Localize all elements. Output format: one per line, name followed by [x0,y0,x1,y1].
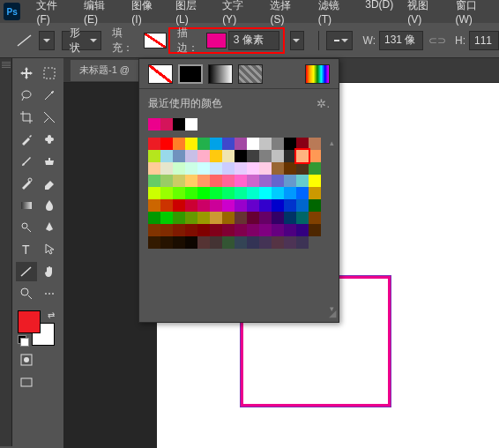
swatch[interactable] [272,150,284,162]
dodge-tool[interactable] [16,218,37,237]
swatch[interactable] [197,162,210,175]
swatch[interactable] [173,212,185,224]
swatch[interactable] [247,162,259,175]
swatch[interactable] [210,138,222,150]
swatch[interactable] [259,236,272,249]
swatch[interactable] [197,175,210,187]
swatch[interactable] [148,187,160,199]
swatch[interactable] [197,187,210,199]
swatch[interactable] [247,187,259,199]
swatch[interactable] [222,224,235,236]
swatch[interactable] [284,138,296,150]
swatch[interactable] [247,212,259,224]
height-input[interactable] [469,31,499,50]
swatch[interactable] [185,138,197,150]
menu-item[interactable]: 图层(L) [168,0,215,26]
eyedropper-tool[interactable] [16,130,37,149]
swatch[interactable] [185,150,197,162]
menu-item[interactable]: 视图(V) [400,0,448,26]
swatch[interactable] [259,175,272,187]
swatch[interactable] [296,187,309,199]
quick-mask-toggle[interactable] [16,351,37,369]
swatch[interactable] [160,236,173,249]
swatch[interactable] [222,150,235,162]
swatch[interactable] [296,212,309,224]
marquee-tool[interactable] [40,63,61,83]
swatch[interactable] [284,175,296,187]
document-tab[interactable]: 未标题-1 @ [71,60,138,81]
menu-item[interactable]: 编辑(E) [77,0,124,26]
swatch[interactable] [148,162,160,175]
swatch[interactable] [272,236,284,249]
pattern-option[interactable] [238,64,263,84]
lasso-tool[interactable] [16,86,37,105]
default-colors-icon[interactable] [18,335,28,346]
swatch[interactable] [210,150,222,162]
swatch[interactable] [309,138,321,150]
swatch[interactable] [185,224,197,236]
swatch[interactable] [309,199,321,212]
swatch[interactable] [160,199,173,212]
solid-color-option[interactable] [178,64,203,84]
crop-tool[interactable] [16,108,37,127]
swatch[interactable] [148,212,160,224]
swatch[interactable] [185,118,197,131]
stroke-style-dropdown[interactable] [326,31,353,50]
screen-mode-toggle[interactable] [16,374,37,392]
swatch[interactable] [185,199,197,212]
swatch[interactable] [160,224,173,236]
swatch[interactable] [160,150,173,162]
swatch[interactable] [235,199,247,212]
swatch[interactable] [148,199,160,212]
swatch[interactable] [173,199,185,212]
blur-tool[interactable] [40,196,61,215]
swatch[interactable] [309,187,321,199]
swatch[interactable] [210,199,222,212]
menu-item[interactable]: 滤镜(T) [311,0,359,26]
swatch[interactable] [272,224,284,236]
swatch[interactable] [272,175,284,187]
swatch[interactable] [235,162,247,175]
swatch[interactable] [160,162,173,175]
swatch[interactable] [210,212,222,224]
move-tool[interactable] [16,63,37,83]
swatch[interactable] [222,175,235,187]
swatch[interactable] [173,150,185,162]
swatch[interactable] [173,175,185,187]
gradient-option[interactable] [208,64,233,84]
swatch[interactable] [247,224,259,236]
type-tool[interactable]: T [16,240,37,259]
clone-stamp-tool[interactable] [40,152,61,171]
swatch[interactable] [222,236,235,249]
swatch[interactable] [148,224,160,236]
fill-swatch[interactable] [144,33,166,49]
swatch[interactable] [309,175,321,187]
swatch[interactable] [247,175,259,187]
swatch[interactable] [296,138,309,150]
swatch[interactable] [148,118,160,131]
swatch[interactable] [247,138,259,150]
swatch[interactable] [185,236,197,249]
swatch[interactable] [148,150,160,162]
hand-tool[interactable] [40,262,61,281]
swatch[interactable] [309,162,321,175]
swatch[interactable] [197,236,210,249]
swatch[interactable] [296,199,309,212]
slice-tool[interactable] [40,108,61,127]
swatch[interactable] [284,150,296,162]
swatch[interactable] [222,187,235,199]
pen-tool[interactable] [40,218,61,237]
swatch[interactable] [235,175,247,187]
swatch[interactable] [296,236,309,249]
swatch[interactable] [284,187,296,199]
swatch[interactable] [197,150,210,162]
swatch[interactable] [185,175,197,187]
swatch[interactable] [284,212,296,224]
shape-mode-dropdown[interactable]: 形状 [62,31,101,50]
menu-item[interactable]: 窗口(W) [449,0,499,26]
swatch[interactable] [272,162,284,175]
foreground-color[interactable] [18,310,41,333]
eraser-tool[interactable] [40,174,61,193]
swatch[interactable] [148,236,160,249]
zoom-tool[interactable] [16,284,37,303]
